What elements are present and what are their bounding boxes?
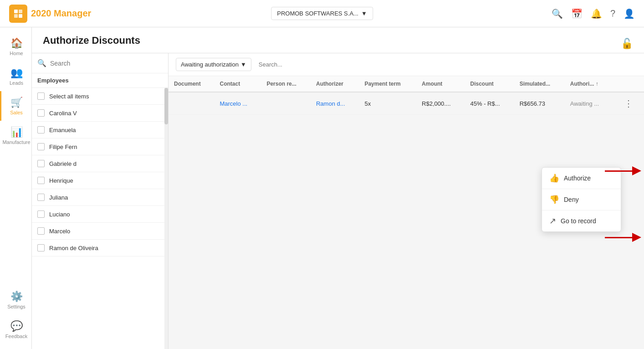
content-area: 🔍 Employees Select all items Carolina V [32, 53, 644, 349]
sidebar-item-manufacture[interactable]: 📊 Manufacture [0, 121, 31, 150]
employee-checkbox[interactable] [37, 160, 45, 167]
list-item[interactable]: Gabriele d [32, 155, 168, 172]
employee-name: Carolina V [49, 110, 77, 117]
employee-checkbox[interactable] [37, 227, 45, 235]
employee-name: Marcelo [49, 228, 70, 235]
svg-rect-1 [14, 10, 18, 13]
search-box: 🔍 [32, 53, 168, 73]
scroll-thumb[interactable] [164, 88, 168, 124]
sidebar-item-home-label: Home [10, 51, 23, 56]
help-icon[interactable]: ? [610, 8, 615, 19]
employee-checkbox[interactable] [37, 109, 45, 117]
employee-name: Emanuela [49, 127, 76, 133]
status-dropdown[interactable]: Awaiting authorization ▼ [176, 58, 251, 71]
col-actions [613, 76, 644, 92]
arrow-indicator-2 [605, 233, 641, 242]
cell-contact[interactable]: Marcelo ... [214, 92, 261, 115]
top-bar: 2020 Manager PROMOB SOFTWARES S.A... ▼ 🔍… [0, 0, 644, 27]
employee-checkbox[interactable] [37, 177, 45, 184]
sidebar-item-leads[interactable]: 👥 Leads [0, 62, 31, 91]
authorize-icon: 👍 [549, 173, 559, 183]
list-item[interactable]: Ramon de Oliveira [32, 240, 168, 257]
table-row: Marcelo ... Ramon d... 5x R$2,000.... 45… [169, 92, 644, 115]
list-item[interactable]: Emanuela [32, 122, 168, 139]
context-menu-go-to-record[interactable]: ↗ Go to record [542, 210, 621, 231]
authorize-label: Authorize [564, 174, 591, 182]
scroll-track[interactable] [164, 88, 168, 349]
employee-name: Luciano [49, 211, 70, 218]
employee-checkbox[interactable] [37, 210, 45, 218]
list-item[interactable]: Filipe Fern [32, 139, 168, 155]
sidebar-item-sales[interactable]: 🛒 Sales [0, 91, 31, 121]
user-icon[interactable]: 👤 [624, 8, 635, 19]
leads-icon: 👥 [10, 67, 23, 79]
company-selector[interactable]: PROMOB SOFTWARES S.A... ▼ [271, 7, 373, 20]
dropdown-arrow-icon: ▼ [361, 10, 367, 17]
sidebar-item-settings[interactable]: ⚙️ Settings [0, 285, 31, 315]
list-item[interactable]: Henrique [32, 172, 168, 189]
search-top-icon[interactable]: 🔍 [552, 8, 563, 19]
feedback-icon: 💬 [10, 320, 23, 332]
list-item[interactable]: Juliana [32, 189, 168, 206]
sidebar-item-home[interactable]: 🏠 Home [0, 32, 31, 62]
cell-authori: Awaiting ... [565, 92, 613, 115]
context-menu: 👍 Authorize 👎 Deny ↗ Go to record [542, 167, 621, 232]
svg-rect-2 [19, 10, 22, 13]
calendar-icon[interactable]: 📅 [571, 8, 583, 19]
left-panel: 🔍 Employees Select all items Carolina V [32, 53, 169, 349]
status-dropdown-arrow-icon: ▼ [240, 61, 246, 68]
employee-checkbox[interactable] [37, 244, 45, 251]
search-icon: 🔍 [37, 59, 46, 67]
col-document: Document [169, 76, 214, 92]
manufacture-icon: 📊 [10, 126, 23, 138]
list-item[interactable]: Carolina V [32, 105, 168, 122]
logo-text: 2020 Manager [31, 8, 91, 19]
sidebar-item-feedback[interactable]: 💬 Feedback [0, 315, 31, 344]
list-item[interactable]: Marcelo [32, 223, 168, 240]
sidebar-item-leads-label: Leads [10, 80, 23, 86]
context-menu-deny[interactable]: 👎 Deny [542, 189, 621, 210]
col-person-re: Person re... [261, 76, 311, 92]
employee-checkbox[interactable] [37, 143, 45, 150]
col-amount: Amount [416, 76, 465, 92]
cell-simulated: R$656.73 [514, 92, 565, 115]
employee-checkbox[interactable] [37, 126, 45, 133]
employee-name: Filipe Fern [49, 144, 77, 150]
arrow-indicator-1 [605, 166, 641, 175]
list-item[interactable]: Luciano [32, 206, 168, 223]
top-icons: 🔍 📅 🔔 ? 👤 [552, 8, 635, 19]
select-all-checkbox[interactable] [37, 92, 45, 100]
lock-icon: 🔓 [621, 38, 633, 50]
sidebar-item-manufacture-label: Manufacture [2, 139, 30, 145]
bell-icon[interactable]: 🔔 [591, 8, 602, 19]
logo-box [9, 5, 27, 23]
row-actions-button[interactable]: ⋮ [621, 97, 636, 110]
employee-search-input[interactable] [50, 60, 163, 67]
cell-person-re [261, 92, 311, 115]
select-all-item[interactable]: Select all items [32, 88, 168, 105]
go-to-record-icon: ↗ [549, 216, 556, 226]
sidebar: 🏠 Home 👥 Leads 🛒 Sales 📊 Manufacture ⚙️ … [0, 27, 32, 349]
page-title: Authorize Discounts [43, 35, 140, 53]
svg-rect-3 [14, 14, 18, 18]
employee-checkbox[interactable] [37, 194, 45, 201]
logo-area: 2020 Manager [9, 5, 91, 23]
status-label: Awaiting authorization [181, 61, 239, 68]
employee-name: Juliana [49, 194, 68, 201]
col-discount: Discount [465, 76, 514, 92]
col-payment-term: Payment term [359, 76, 416, 92]
sales-icon: 🛒 [10, 97, 23, 108]
select-all-label: Select all items [49, 93, 89, 100]
cell-payment-term: 5x [359, 92, 416, 115]
svg-rect-4 [19, 14, 22, 18]
col-authorizer: Authorizer [311, 76, 359, 92]
company-name: PROMOB SOFTWARES S.A... [277, 10, 358, 17]
deny-icon: 👎 [549, 195, 559, 205]
cell-actions: ⋮ [613, 92, 644, 115]
table-search-input[interactable] [255, 58, 637, 71]
sidebar-item-feedback-label: Feedback [5, 334, 27, 339]
cell-document [169, 92, 214, 115]
sidebar-item-settings-label: Settings [7, 304, 26, 309]
cell-authorizer[interactable]: Ramon d... [311, 92, 359, 115]
deny-label: Deny [564, 196, 579, 203]
